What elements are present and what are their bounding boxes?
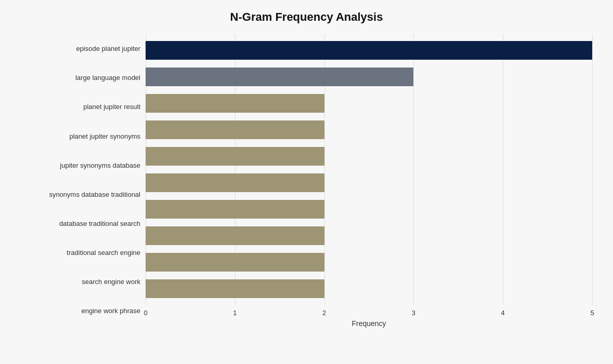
y-axis-label: jupiter synonyms database [21,161,140,170]
y-axis-label: traditional search engine [21,249,140,257]
bars-container [146,34,592,305]
y-axis-label: planet jupiter result [21,103,140,111]
y-axis-label: large language model [21,74,140,82]
chart-container: N-Gram Frequency Analysis episode planet… [0,0,613,364]
x-tick-label: 3 [412,309,415,317]
grid-and-bars [146,34,592,305]
x-tick-label: 1 [233,309,237,317]
bar-jupiter-synonyms-database [146,147,324,166]
y-axis-label: engine work phrase [21,307,140,315]
x-tick-label: 2 [322,309,326,317]
y-axis-label: synonyms database traditional [21,191,140,199]
chart-area: episode planet jupiterlarge language mod… [21,34,592,326]
plot-area: 012345 Frequency [146,34,592,326]
y-axis-label: episode planet jupiter [21,45,140,53]
bar-engine-work-phrase [146,279,324,298]
bar-large-language-model [146,68,413,86]
bar-row [146,92,592,115]
chart-title: N-Gram Frequency Analysis [21,10,592,24]
bar-planet-jupiter-synonyms [146,120,324,139]
bar-row [146,224,592,247]
y-axis-label: search engine work [21,278,140,286]
y-axis-label: database traditional search [21,220,140,228]
x-tick-label: 0 [144,309,147,317]
bar-row [146,171,592,194]
bar-row [146,198,592,221]
bar-synonyms-database-traditional [146,173,324,192]
x-axis-title: Frequency [146,319,592,328]
bar-row [146,65,592,88]
bar-row [146,118,592,141]
bar-row [146,39,592,62]
x-tick-label: 4 [501,309,505,317]
y-axis-label: planet jupiter synonyms [21,132,140,141]
x-tick-label: 5 [590,309,594,317]
bar-search-engine-work [146,253,324,272]
grid-line [592,34,593,305]
bar-row [146,251,592,274]
y-axis-labels: episode planet jupiterlarge language mod… [21,34,146,326]
bar-row [146,277,592,300]
bar-database-traditional-search [146,200,324,219]
bar-episode-planet-jupiter [146,41,592,60]
x-axis-wrapper: 012345 Frequency [146,307,592,328]
bar-row [146,145,592,168]
bar-planet-jupiter-result [146,94,324,113]
bar-traditional-search-engine [146,226,324,245]
